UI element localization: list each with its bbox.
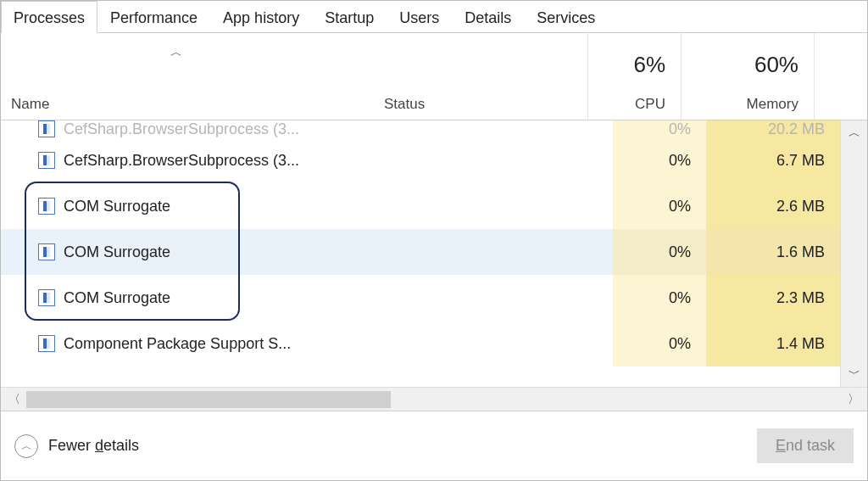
footer-bar: ︿ Fewer details End task <box>1 411 867 480</box>
memory-label: Memory <box>747 96 798 113</box>
scroll-left-icon[interactable]: 〈 <box>6 392 23 407</box>
tab-bar: Processes Performance App history Startu… <box>1 1 867 33</box>
process-cpu: 0% <box>613 275 706 321</box>
process-icon <box>38 152 55 169</box>
column-header-cpu[interactable]: 6% CPU <box>587 33 681 120</box>
process-memory: 2.6 MB <box>706 183 840 229</box>
table-row[interactable]: COM Surrogate 0% 2.6 MB <box>1 183 840 229</box>
tab-startup[interactable]: Startup <box>312 1 387 32</box>
scroll-down-icon[interactable]: ﹀ <box>849 366 860 382</box>
cpu-label: CPU <box>635 96 665 113</box>
chevron-up-icon: ︿ <box>14 434 38 458</box>
table-row[interactable]: COM Surrogate 0% 2.3 MB <box>1 275 840 321</box>
process-icon <box>38 289 55 306</box>
table-row[interactable]: Component Package Support S... 0% 1.4 MB <box>1 321 840 366</box>
sort-ascending-icon: ︿ <box>170 45 182 60</box>
scrollbar-track[interactable] <box>23 388 845 411</box>
tab-app-history[interactable]: App history <box>210 1 312 32</box>
process-cpu: 0% <box>613 137 706 183</box>
process-memory: 6.7 MB <box>706 137 840 183</box>
memory-usage-percent: 60% <box>754 52 798 78</box>
process-cpu: 0% <box>613 183 706 229</box>
tab-users[interactable]: Users <box>387 1 452 32</box>
scroll-up-icon[interactable]: ︿ <box>849 126 860 141</box>
task-manager-window: Processes Performance App history Startu… <box>0 0 868 481</box>
process-icon <box>38 198 55 215</box>
tab-processes[interactable]: Processes <box>1 1 97 33</box>
process-memory: 20.2 MB <box>706 120 840 137</box>
process-name: COM Surrogate <box>64 243 170 261</box>
process-name: CefSharp.BrowserSubprocess (3... <box>64 120 299 137</box>
column-header-name[interactable]: Name <box>11 96 49 113</box>
fewer-details-label: Fewer details <box>48 437 139 455</box>
fewer-details-button[interactable]: ︿ Fewer details <box>14 434 139 458</box>
vertical-scrollbar[interactable]: ︿ ﹀ <box>840 120 867 387</box>
table-row[interactable]: CefSharp.BrowserSubprocess (3... 0% 6.7 … <box>1 137 840 183</box>
process-memory: 1.6 MB <box>706 229 840 275</box>
process-cpu: 0% <box>613 120 706 137</box>
process-name: Component Package Support S... <box>64 335 291 353</box>
process-memory: 2.3 MB <box>706 275 840 321</box>
column-header-row: ︿ Name Status 6% CPU 60% Memory <box>1 33 867 120</box>
horizontal-scrollbar[interactable]: 〈 〉 <box>1 387 867 411</box>
scroll-right-icon[interactable]: 〉 <box>845 392 862 407</box>
process-name: COM Surrogate <box>64 289 170 307</box>
process-name: COM Surrogate <box>64 198 170 215</box>
process-icon <box>38 335 55 352</box>
process-cpu: 0% <box>613 321 706 366</box>
column-header-status[interactable]: Status <box>384 96 425 113</box>
process-cpu: 0% <box>613 229 706 275</box>
process-list: CefSharp.BrowserSubprocess (3... 0% 20.2… <box>1 120 867 387</box>
process-icon <box>38 243 55 260</box>
tab-services[interactable]: Services <box>524 1 608 32</box>
column-header-memory[interactable]: 60% Memory <box>681 33 815 120</box>
tab-details[interactable]: Details <box>452 1 524 32</box>
scrollbar-thumb[interactable] <box>26 391 391 408</box>
end-task-button[interactable]: End task <box>757 428 854 463</box>
tab-performance[interactable]: Performance <box>97 1 210 32</box>
table-row[interactable]: COM Surrogate 0% 1.6 MB <box>1 229 840 275</box>
process-name: CefSharp.BrowserSubprocess (3... <box>64 152 299 170</box>
process-memory: 1.4 MB <box>706 321 840 366</box>
cpu-usage-percent: 6% <box>633 52 665 78</box>
process-icon <box>38 120 55 137</box>
table-row[interactable]: CefSharp.BrowserSubprocess (3... 0% 20.2… <box>1 120 840 137</box>
